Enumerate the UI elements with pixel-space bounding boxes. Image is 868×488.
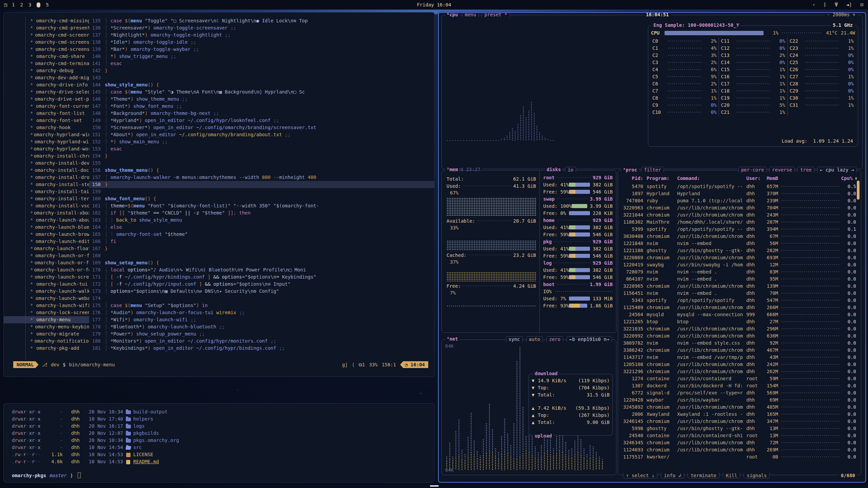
file-item[interactable]: *omarchy-install-dev-env [4,160,89,167]
file-item[interactable]: *omarchy-install-docker-dbs [4,167,89,174]
file-item[interactable]: *omarchy-font-current [4,103,89,110]
file-item[interactable]: *omarchy-menu-keybindings [4,323,89,330]
table-row[interactable]: 3220963chromium/usr/lib/chromium/chromdh… [622,204,856,211]
code-buffer[interactable]: 135│ case $(menu "Toggle" "▢ Screensaver… [89,17,434,360]
table-row[interactable]: 1143717nvimnvim --embed /var/tmp/pdhh43M… [622,353,856,361]
entry-name[interactable]: pkgs.omarchy.org [133,437,179,444]
entry-name[interactable]: pkgbuilds [133,430,159,437]
table-row[interactable]: 3246345chromium/usr/lib/chromium/chromdh… [622,439,856,446]
table-row[interactable]: 1205108chromium/usr/lib/chromium/chromdh… [622,361,856,368]
table-row[interactable]: 3246145chromium/usr/lib/chromium/chromdh… [622,418,856,425]
file-item[interactable]: *omarchy-launch-screensaver [4,273,89,281]
workspace-2[interactable]: 2 [20,2,23,7]
table-row[interactable]: 3830408chromium/usr/lib/chromium/chromdh… [622,232,856,240]
file-item[interactable]: *omarchy-install-chromium-google-a [4,152,89,160]
per-core-button[interactable]: per-core [738,167,767,172]
table-row[interactable]: 1274containe/usr/bin/containerdroot59M0.… [622,375,856,382]
proc-footer-button-3[interactable]: Kill [723,473,741,479]
file-item[interactable]: *omarchy-install-steam [4,181,89,188]
workspace-active[interactable] [37,2,40,7]
workspace-1[interactable]: 1 [12,2,15,7]
file-item[interactable]: *omarchy-cmd-missing [4,17,89,24]
file-item[interactable]: *omarchy-hyprland-workspace-toggle [4,145,89,152]
table-row[interactable]: 728079nvimnvim --embed .dhh83M0.0 [622,268,856,275]
file-item[interactable]: *omarchy-migrate [4,330,89,338]
file-item[interactable]: *omarchy-hook [4,124,89,131]
io-tab[interactable]: io [565,167,576,172]
net-auto-button[interactable]: auto [526,336,543,342]
table-row[interactable]: 5998ghostty/usr/bin/ghostty --gtk-dhh13M… [622,425,856,432]
proc-column-headers[interactable]: Pid: Program: Command: User: MemB Cpu% ↑ [622,175,857,182]
file-item[interactable]: *omarchy-launch-wifi [4,302,89,309]
table-row[interactable]: 1175517kworker/root0B0.0 [622,453,856,460]
file-item[interactable]: *omarchy-install-tailscale [4,188,89,195]
file-item[interactable]: *omarchy-font-list [4,110,89,117]
table-row[interactable]: 1221848nvimnvim --embeddhh56M0.0 [622,240,856,247]
file-item[interactable]: *omarchy-font-set [4,117,89,124]
table-row[interactable]: 864107nvimnvim --embed .dhh95M0.0 [622,275,856,282]
table-row[interactable]: 1220419swaybg/usr/bin/swaybg -i /homdhh1… [622,261,856,268]
table-row[interactable]: 3221035chromium/usr/lib/chromium/chromdh… [622,325,856,332]
file-item[interactable]: *omarchy-launch-or-focus-webapp [4,266,89,273]
file-item[interactable]: *omarchy-drive-info [4,81,89,88]
table-row[interactable]: 1307dockerd/usr/bin/dockerd -H fd:root15… [622,382,856,389]
file-item[interactable]: *omarchy-debug [4,67,89,74]
file-explorer[interactable]: *omarchy-cmd-missing*omarchy-cmd-present… [4,17,89,360]
tree-button[interactable]: tree [797,167,814,172]
table-row[interactable]: 3245892chromium/usr/lib/chromium/chromdh… [622,403,856,410]
table-row[interactable]: 1897HyprlandHyprlanddhh370M0.0 [622,190,856,197]
network-icon[interactable]: Ψ [835,2,838,8]
cpu-box-title[interactable]: ¹cpu [445,12,459,17]
table-row[interactable]: 1221188ghostty/usr/bin/ghostty --gtk-dhh… [622,247,856,254]
workspace-3[interactable]: 3 [28,2,31,7]
table-row[interactable]: 3220965chromium/usr/lib/chromium/chromdh… [622,282,856,289]
file-item[interactable]: *omarchy-launch-about [4,217,89,224]
file-item[interactable]: *omarchy-launch-browser [4,231,89,238]
file-item[interactable]: *omarchy-menu [4,316,89,323]
entry-name[interactable]: src [133,444,142,451]
file-item[interactable]: *omarchy-pkg-add [4,345,89,352]
entry-name[interactable]: build-output [133,408,167,415]
proc-footer-button-2[interactable]: terminate [688,473,719,479]
file-item[interactable]: *omarchy-launch-or-focus-tui [4,259,89,266]
file-item[interactable]: *omarchy-cmd-present [4,24,89,32]
table-row[interactable]: 5399spotify/opt/spotify/spotify --dhh394… [622,225,856,232]
workspace-5[interactable]: 5 [46,2,48,7]
file-item[interactable]: *omarchy-lock-screen [4,309,89,316]
file-item[interactable]: *omarchy-drive-set-password [4,96,89,103]
table-row[interactable]: 3220992chromium/usr/lib/chromium/chromdh… [622,332,856,339]
table-row[interactable]: 1156451nvimnvim --embed .dhh70M0.0 [622,289,856,297]
file-item[interactable]: *omarchy-cmd-screensaver [4,39,89,46]
proc-footer-button-1[interactable]: info ↲ [661,473,684,479]
table-row[interactable]: 3386242chromium/usr/lib/chromium/chromdh… [622,346,856,353]
volume-icon[interactable]: ◄) [846,2,852,8]
file-item[interactable]: *omarchy-hyprland-window-pop [4,138,89,145]
file-item[interactable]: *omarchy-install-terminal [4,195,89,202]
table-row[interactable]: 5343spotify/opt/spotify/spotifydhh547M0.… [622,297,856,304]
file-item[interactable]: *omarchy-launch-bluetooth [4,224,89,231]
proc-footer-button-0[interactable]: ↑ select ↓ [623,473,657,479]
table-row[interactable]: 24540containe/usr/bin/containerd-shiroot… [622,432,856,439]
proc-footer-button-4[interactable]: signals [744,473,770,479]
entry-name[interactable]: logs [133,423,145,430]
file-item[interactable]: *omarchy-cmd-share [4,53,89,60]
table-row[interactable]: 3809782nvimnvim --embed style.cssdhh92M0… [622,339,856,346]
table-row[interactable]: 1124693chromium/usr/lib/chromium/chromdh… [622,446,856,453]
table-row[interactable]: 1186302MainThre/home/dhh/.local/share/dh… [622,218,856,225]
table-row[interactable]: 1125409chromium/usr/lib/chromium/chromdh… [622,304,856,311]
table-row[interactable]: 3220869chromium/usr/lib/chromium/chromdh… [622,254,856,261]
omarchy-logo-icon[interactable]: ◳ [4,2,7,8]
file-item[interactable]: *omarchy-notification-dismiss [4,338,89,345]
file-item[interactable]: *omarchy-launch-walker [4,288,89,295]
entry-name[interactable]: LICENSE [133,451,153,458]
file-item[interactable]: *omarchy-launch-editor [4,238,89,245]
file-item[interactable]: *omarchy-install-vscode [4,202,89,209]
table-row[interactable]: 3221044chromium/usr/lib/chromium/chromdh… [622,211,856,218]
bluetooth-icon[interactable]: ᛒ [824,2,827,8]
sort-selector[interactable]: ← cpu lazy → [817,167,857,172]
net-box-title[interactable]: ³net [445,336,459,342]
table-row[interactable]: 5470spotify/opt/spotify/spotify --dhh657… [622,183,856,190]
net-zero-button[interactable]: zero [546,336,563,342]
net-interface[interactable]: ←b enp191s0 n→ [567,336,612,342]
table-row[interactable]: 6772signal-d/proc/self/exe --type=rdhh56… [622,389,856,396]
